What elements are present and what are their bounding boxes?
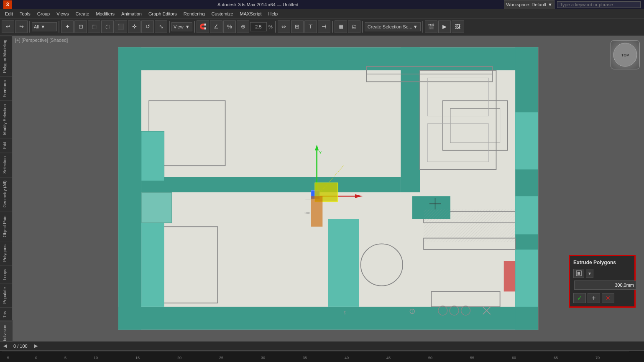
align-button[interactable]: ⊤ bbox=[304, 20, 317, 33]
quick-align-button[interactable]: ⊣ bbox=[318, 20, 330, 33]
workspace-dropdown[interactable]: Workspace: Default ▼ bbox=[504, 0, 555, 9]
menu-item-group[interactable]: Group bbox=[34, 10, 54, 17]
spinner-snap-button[interactable]: ⊕ bbox=[237, 20, 249, 33]
floor-plan: ε Y 000 bbox=[13, 36, 644, 341]
selection-filter-dropdown[interactable]: All▼ bbox=[32, 22, 57, 31]
menu-item-create[interactable]: Create bbox=[72, 10, 92, 17]
svg-rect-5 bbox=[118, 47, 141, 329]
svg-text:0: 0 bbox=[35, 356, 37, 360]
render-setup-button[interactable]: 🎬 bbox=[425, 20, 437, 33]
svg-rect-25 bbox=[515, 196, 538, 234]
vtab-tris[interactable]: Tris bbox=[0, 307, 12, 321]
svg-rect-28 bbox=[328, 219, 359, 307]
timeline-nav-prev[interactable]: ◀ bbox=[2, 343, 8, 349]
separator bbox=[275, 21, 276, 33]
timeline-nav-next[interactable]: ▶ bbox=[33, 343, 39, 349]
snap-toggle-button[interactable]: 🧲 bbox=[197, 20, 209, 33]
vtab-freeform[interactable]: Freeform bbox=[0, 76, 12, 101]
extrude-dropdown-arrow[interactable]: ▼ bbox=[586, 269, 593, 278]
vtab-loops[interactable]: Loops bbox=[0, 265, 12, 283]
rotate-button[interactable]: ↺ bbox=[141, 20, 154, 33]
svg-text:30: 30 bbox=[261, 356, 265, 360]
svg-rect-32 bbox=[504, 261, 515, 291]
menu-item-modifiers[interactable]: Modifiers bbox=[92, 10, 118, 17]
app-title: Autodesk 3ds Max 2014 x64 — Untitled bbox=[12, 2, 504, 7]
scale-button[interactable]: ⤡ bbox=[155, 20, 167, 33]
svg-text:35: 35 bbox=[303, 356, 307, 360]
svg-text:TOP: TOP bbox=[621, 53, 629, 57]
extrude-cancel-button[interactable]: ✕ bbox=[602, 293, 614, 303]
render-frame-window-button[interactable]: 🖼 bbox=[452, 20, 464, 33]
separator bbox=[29, 21, 30, 33]
svg-rect-4 bbox=[118, 307, 538, 330]
redo-button[interactable]: ↪ bbox=[15, 20, 28, 33]
vtab-polygon-modeling[interactable]: Polygon Modeling bbox=[0, 36, 12, 76]
search-input[interactable] bbox=[557, 1, 641, 8]
timeline-ruler: -5 0 5 10 15 20 25 30 35 40 45 50 55 60 … bbox=[2, 352, 629, 362]
svg-text:Y: Y bbox=[319, 150, 322, 155]
menu-item-views[interactable]: Views bbox=[53, 10, 72, 17]
quick-render-button[interactable]: ▶ bbox=[438, 20, 451, 33]
menu-item-maxscript[interactable]: MAXScript bbox=[237, 10, 265, 17]
svg-rect-26 bbox=[515, 250, 538, 307]
vtab-edit[interactable]: Edit bbox=[0, 138, 12, 152]
separator bbox=[362, 21, 363, 33]
main-viewport[interactable]: [+] [Perspective] [Shaded] TOP bbox=[13, 36, 644, 341]
app-logo: 3 bbox=[3, 0, 12, 9]
paint-select-button[interactable]: ⬛ bbox=[115, 20, 127, 33]
svg-rect-56 bbox=[578, 272, 580, 275]
layer-manager-button[interactable]: ▦ bbox=[335, 20, 347, 33]
svg-text:50: 50 bbox=[428, 356, 432, 360]
numeric-input[interactable] bbox=[250, 22, 267, 31]
menu-item-animation[interactable]: Animation bbox=[118, 10, 145, 17]
separator bbox=[169, 21, 170, 33]
vtab-geometry-all[interactable]: Geometry (All) bbox=[0, 177, 12, 211]
angle-snap-button[interactable]: ∠ bbox=[210, 20, 222, 33]
vtab-selection[interactable]: Selection bbox=[0, 153, 12, 177]
mirror-button[interactable]: ⇔ bbox=[278, 20, 290, 33]
svg-rect-8 bbox=[141, 177, 401, 193]
menu-item-edit[interactable]: Edit bbox=[2, 10, 16, 17]
svg-text:-5: -5 bbox=[6, 356, 9, 360]
separator bbox=[194, 21, 195, 33]
menu-item-graph-editors[interactable]: Graph Editors bbox=[145, 10, 180, 17]
lasso-select-button[interactable]: ◌ bbox=[101, 20, 114, 33]
svg-text:55: 55 bbox=[470, 356, 474, 360]
scene-explorer-button[interactable]: 🗂 bbox=[348, 20, 360, 33]
timeline: ◀ 0 / 100 ▶ bbox=[0, 342, 644, 351]
svg-rect-24 bbox=[515, 112, 538, 170]
menu-item-customize[interactable]: Customize bbox=[208, 10, 237, 17]
svg-text:10: 10 bbox=[94, 356, 98, 360]
move-button[interactable]: ✛ bbox=[128, 20, 141, 33]
svg-text:000: 000 bbox=[304, 211, 309, 215]
select-region-button[interactable]: ⊡ bbox=[74, 20, 87, 33]
trackbar[interactable]: -5 0 5 10 15 20 25 30 35 40 45 50 55 60 … bbox=[0, 351, 644, 362]
extrude-value-input[interactable] bbox=[574, 280, 636, 290]
undo-button[interactable]: ↩ bbox=[2, 20, 14, 33]
reference-coord-dropdown[interactable]: View▼ bbox=[171, 22, 192, 31]
menu-bar: Edit Tools Group Views Create Modifiers … bbox=[0, 9, 644, 18]
select-tool-button[interactable]: ✦ bbox=[61, 20, 74, 33]
menu-item-rendering[interactable]: Rendering bbox=[180, 10, 208, 17]
svg-text:60: 60 bbox=[512, 356, 516, 360]
status-bar: ◀ 0 / 100 ▶ -5 0 5 10 15 20 25 30 35 40 … bbox=[0, 341, 644, 362]
viewcube[interactable]: TOP bbox=[611, 40, 640, 69]
extrude-ok-button[interactable]: ✓ bbox=[573, 293, 586, 303]
extrude-plus-button[interactable]: + bbox=[588, 293, 600, 303]
vtab-polygons[interactable]: Polygons bbox=[0, 241, 12, 265]
svg-rect-31 bbox=[424, 209, 515, 242]
array-button[interactable]: ⊞ bbox=[291, 20, 304, 33]
extrude-type-button[interactable] bbox=[573, 269, 584, 278]
vtab-modify-selection[interactable]: Modify Selection bbox=[0, 100, 12, 138]
percent-snap-button[interactable]: % bbox=[223, 20, 236, 33]
create-selection-dropdown[interactable]: Create Selection Se... ▼ bbox=[365, 22, 421, 31]
menu-item-tools[interactable]: Tools bbox=[16, 10, 34, 17]
timeline-position: 0 / 100 bbox=[10, 344, 31, 349]
menu-item-help[interactable]: Help bbox=[265, 10, 281, 17]
vtab-populate[interactable]: Populate bbox=[0, 283, 12, 307]
main-toolbar: ↩ ↪ All▼ ✦ ⊡ ⬚ ◌ ⬛ ✛ ↺ ⤡ View▼ 🧲 ∠ % ⊕ %… bbox=[0, 18, 644, 35]
window-crossing-button[interactable]: ⬚ bbox=[88, 20, 100, 33]
vtab-object-paint[interactable]: Object Paint bbox=[0, 211, 12, 240]
extrude-polygons-dialog: Extrude Polygons ▼ ✓ + ✕ bbox=[569, 255, 636, 308]
svg-text:45: 45 bbox=[386, 356, 391, 360]
